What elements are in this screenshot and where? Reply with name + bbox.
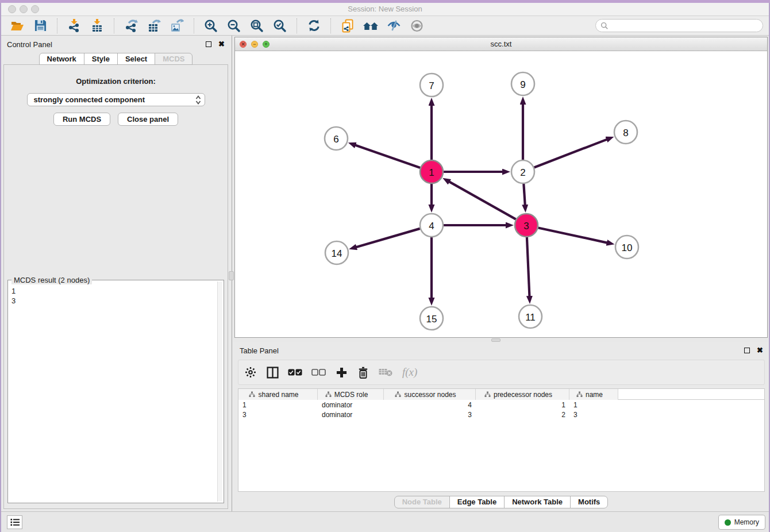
- mcds-result-list[interactable]: 13: [9, 285, 217, 502]
- network-window-titlebar[interactable]: ✕ − + scc.txt: [235, 37, 767, 51]
- table-row[interactable]: 3dominator323: [238, 410, 764, 419]
- tab-style[interactable]: Style: [84, 53, 118, 65]
- tab-mcds[interactable]: MCDS: [155, 53, 192, 65]
- close-table-panel-icon[interactable]: ✖: [757, 348, 763, 353]
- table-toolbar: f(x): [238, 360, 765, 385]
- criterion-value: strongly connected component: [34, 95, 195, 104]
- graph-node-9[interactable]: 9: [511, 72, 534, 95]
- delete-table-button[interactable]: [379, 364, 393, 380]
- tab-select[interactable]: Select: [117, 53, 155, 65]
- graph-edge-2-3[interactable]: [523, 184, 525, 205]
- add-column-button[interactable]: [335, 364, 348, 380]
- unchecked-boxes-icon: [311, 369, 326, 376]
- column-header-name[interactable]: name: [569, 389, 618, 400]
- table-panel: Table Panel ✖: [233, 342, 770, 511]
- export-network-button[interactable]: [122, 18, 140, 34]
- status-bar: Memory: [0, 511, 770, 532]
- column-header-shared-name[interactable]: shared name: [238, 389, 318, 400]
- apply-layout-button[interactable]: [305, 18, 322, 34]
- table-cell: 2: [476, 411, 569, 419]
- function-builder-button[interactable]: f(x): [402, 364, 417, 380]
- network-window: ✕ − + scc.txt 7968124314101511: [234, 37, 768, 338]
- column-label: successor nodes: [404, 391, 456, 399]
- save-session-button[interactable]: [32, 18, 49, 34]
- split-columns-button[interactable]: [266, 364, 279, 380]
- network-canvas[interactable]: 7968124314101511: [235, 52, 767, 337]
- window-accent-strip: [0, 0, 770, 3]
- graph-edge-3-1[interactable]: [449, 182, 515, 219]
- task-history-button[interactable]: [7, 515, 22, 529]
- graph-node-2[interactable]: 2: [511, 160, 534, 183]
- titlebar[interactable]: Session: New Session: [0, 3, 770, 16]
- zoom-fit-button[interactable]: [248, 18, 265, 34]
- graph-node-1[interactable]: 1: [420, 160, 443, 183]
- tab-network-table[interactable]: Network Table: [504, 496, 571, 508]
- hierarchy-icon: [325, 391, 332, 398]
- search-field[interactable]: [595, 19, 763, 32]
- column-header-successor-nodes[interactable]: successor nodes: [384, 389, 476, 400]
- search-input[interactable]: [609, 21, 758, 30]
- criterion-dropdown[interactable]: strongly connected component: [27, 93, 205, 106]
- tab-network[interactable]: Network: [39, 53, 84, 65]
- column-label: MCDS role: [334, 391, 368, 399]
- hide-graphics-details-button[interactable]: [385, 18, 402, 34]
- graph-node-4[interactable]: 4: [420, 214, 443, 237]
- zoom-selected-button[interactable]: [271, 18, 288, 34]
- mcds-result-line: 1: [11, 286, 214, 296]
- column-header-predecessor-nodes[interactable]: predecessor nodes: [476, 389, 569, 400]
- clone-network-button[interactable]: [339, 18, 356, 34]
- graph-node-11[interactable]: 11: [519, 305, 542, 328]
- gear-icon: [245, 367, 256, 378]
- float-panel-icon[interactable]: [206, 41, 211, 47]
- graph-node-label: 4: [429, 221, 434, 232]
- graph-edge-3-11[interactable]: [527, 237, 530, 296]
- graph-node-15[interactable]: 15: [420, 307, 443, 330]
- graph-node-10[interactable]: 10: [615, 236, 638, 259]
- graph-edge-2-8[interactable]: [534, 140, 607, 168]
- graph-edge-4-14[interactable]: [356, 229, 420, 247]
- close-panel-icon[interactable]: ✖: [218, 41, 225, 47]
- graph-edge-1-6[interactable]: [355, 145, 420, 168]
- run-mcds-button[interactable]: Run MCDS: [53, 113, 110, 126]
- graph-node-3[interactable]: 3: [515, 214, 538, 237]
- table-row[interactable]: 1dominator411: [238, 400, 764, 410]
- panel-splitter-grip[interactable]: [229, 271, 234, 280]
- import-network-button[interactable]: [66, 18, 83, 34]
- graph-node-7[interactable]: 7: [420, 74, 443, 97]
- result-scrollbar[interactable]: [217, 282, 222, 502]
- hierarchy-icon: [484, 391, 491, 398]
- column-header-MCDS-role[interactable]: MCDS role: [318, 389, 384, 400]
- toolbar-separator: [330, 18, 331, 33]
- graph-node-label: 11: [525, 312, 536, 323]
- graph-edge-3-10[interactable]: [538, 228, 607, 242]
- graph-node-8[interactable]: 8: [614, 121, 637, 144]
- main-toolbar: [0, 16, 770, 36]
- export-network-icon: [124, 19, 138, 33]
- deselect-all-columns-button[interactable]: [311, 364, 326, 380]
- close-panel-button[interactable]: Close panel: [118, 113, 178, 126]
- import-table-button[interactable]: [88, 18, 106, 34]
- graph-node-label: 1: [429, 167, 434, 178]
- eye-slash-icon: [387, 19, 401, 33]
- hierarchy-home-button[interactable]: [362, 18, 379, 34]
- table-settings-button[interactable]: [244, 364, 257, 380]
- export-table-button[interactable]: [145, 18, 163, 34]
- graph-node-14[interactable]: 14: [325, 241, 348, 264]
- tab-node-table[interactable]: Node Table: [394, 496, 450, 508]
- table-cell: 3: [238, 411, 318, 419]
- table-cell: 4: [384, 401, 476, 409]
- hierarchy-icon: [249, 391, 255, 398]
- float-table-panel-icon[interactable]: [744, 348, 750, 353]
- delete-column-button[interactable]: [357, 364, 369, 380]
- open-session-button[interactable]: [9, 18, 26, 34]
- zoom-out-button[interactable]: [225, 18, 242, 34]
- zoom-in-button[interactable]: [202, 18, 220, 34]
- control-panel-tabs: NetworkStyleSelectMCDS: [0, 53, 232, 65]
- graph-node-6[interactable]: 6: [325, 127, 348, 150]
- memory-button[interactable]: Memory: [718, 515, 765, 530]
- show-graphics-details-button[interactable]: [408, 18, 425, 34]
- tab-motifs[interactable]: Motifs: [570, 496, 608, 508]
- tab-edge-table[interactable]: Edge Table: [449, 496, 505, 508]
- select-all-columns-button[interactable]: [288, 364, 302, 380]
- export-image-button[interactable]: [168, 18, 186, 34]
